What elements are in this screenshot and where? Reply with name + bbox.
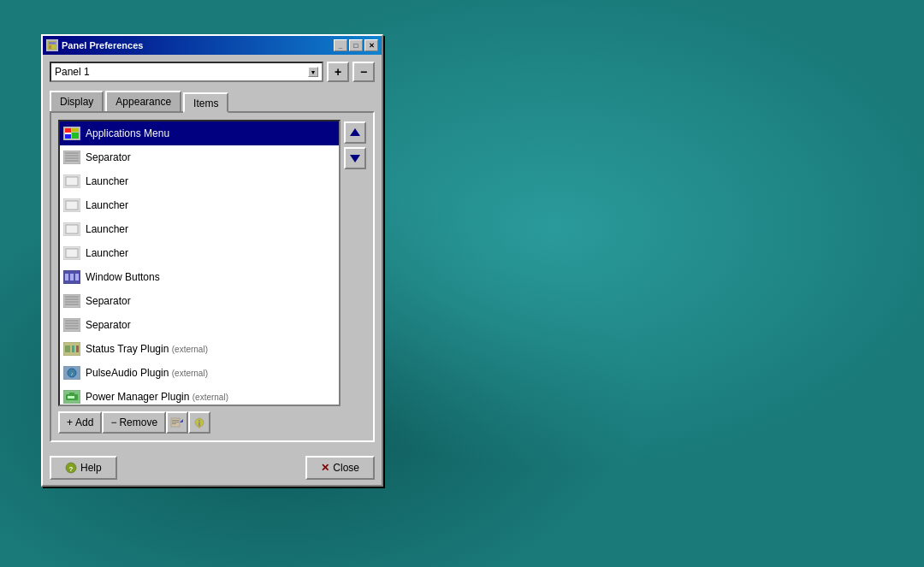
item-label: Launcher	[86, 223, 128, 235]
launcher-icon	[63, 245, 80, 262]
items-actions: + Add − Remove	[58, 411, 366, 434]
svg-rect-17	[66, 201, 78, 210]
list-item[interactable]: Launcher	[60, 169, 339, 193]
add-icon: +	[67, 416, 73, 428]
svg-marker-48	[350, 155, 360, 162]
svg-rect-8	[72, 133, 79, 139]
svg-rect-23	[65, 274, 68, 281]
app-menu-icon	[63, 125, 80, 142]
close-x-icon: ✕	[321, 462, 329, 474]
edit-item-button[interactable]	[166, 411, 188, 434]
items-list[interactable]: Applications Menu	[58, 120, 341, 406]
svg-rect-26	[63, 294, 80, 308]
window-title: Panel Preferences	[62, 40, 143, 50]
maximize-button[interactable]: □	[349, 39, 363, 51]
separator-icon	[63, 292, 80, 310]
add-panel-button[interactable]: +	[327, 62, 349, 82]
list-item[interactable]: Launcher	[60, 241, 339, 265]
remove-item-button[interactable]: − Remove	[102, 411, 166, 434]
list-item[interactable]: Launcher	[60, 193, 339, 217]
panel-dropdown[interactable]: Panel 1 ▼	[50, 62, 323, 82]
svg-rect-50	[172, 420, 179, 421]
item-label: PulseAudio Plugin (external)	[86, 367, 208, 379]
minimize-button[interactable]: _	[334, 39, 347, 51]
svg-point-55	[198, 420, 200, 422]
svg-rect-24	[70, 274, 74, 281]
list-item[interactable]: ♪ PulseAudio Plugin (external)	[60, 361, 339, 385]
svg-rect-45	[69, 393, 74, 394]
list-item[interactable]: Separator	[60, 289, 339, 313]
tab-appearance[interactable]: Appearance	[105, 91, 181, 111]
status-tray-icon	[63, 340, 80, 357]
arrow-buttons	[344, 120, 366, 406]
svg-rect-7	[72, 128, 79, 132]
item-label: Separator	[86, 319, 131, 331]
launcher-icon	[63, 221, 80, 238]
help-label: Help	[80, 462, 102, 474]
add-item-button[interactable]: + Add	[58, 411, 102, 434]
svg-marker-47	[350, 128, 360, 136]
tab-items[interactable]: Items	[183, 92, 228, 113]
close-label: Close	[333, 462, 359, 474]
properties-button[interactable]	[188, 411, 210, 434]
svg-rect-56	[198, 422, 200, 426]
list-item[interactable]: Window Buttons	[60, 265, 339, 289]
item-label: Launcher	[86, 175, 128, 187]
list-item[interactable]: Power Manager Plugin (external)	[60, 385, 339, 406]
window-icon	[46, 39, 58, 51]
svg-text:?: ?	[69, 465, 74, 473]
launcher-icon	[63, 173, 80, 190]
svg-rect-21	[66, 249, 78, 257]
remove-icon: −	[110, 416, 116, 428]
help-button[interactable]: ? Help	[50, 456, 117, 480]
svg-rect-4	[65, 128, 71, 133]
list-item[interactable]: Launcher	[60, 217, 339, 241]
panel-selector-row: Panel 1 ▼ + −	[50, 62, 375, 82]
titlebar-left: Panel Preferences	[46, 39, 143, 51]
panel-preferences-window: Panel Preferences _ □ ✕ Panel 1 ▼ + − Di…	[41, 34, 383, 487]
svg-rect-5	[65, 133, 71, 134]
list-item[interactable]: Status Tray Plugin (external)	[60, 337, 339, 361]
item-label: Power Manager Plugin (external)	[86, 391, 228, 403]
item-label: Separator	[86, 295, 131, 307]
list-item[interactable]: Separator	[60, 313, 339, 337]
list-item[interactable]: Separator	[60, 145, 339, 169]
svg-marker-53	[180, 419, 183, 422]
titlebar: Panel Preferences _ □ ✕	[43, 36, 382, 55]
close-button[interactable]: ✕	[364, 39, 378, 51]
move-up-button[interactable]	[344, 121, 366, 144]
close-dialog-button[interactable]: ✕ Close	[305, 456, 375, 480]
bottom-buttons: ? Help ✕ Close	[43, 449, 382, 485]
item-label: Launcher	[86, 199, 128, 211]
svg-rect-51	[172, 422, 179, 422]
window-body: Panel 1 ▼ + − Display Appearance Items	[43, 55, 382, 449]
svg-rect-31	[63, 318, 80, 332]
power-manager-icon	[63, 388, 80, 405]
move-down-button[interactable]	[344, 147, 366, 169]
svg-rect-6	[65, 134, 71, 139]
separator-icon	[63, 149, 80, 166]
window-buttons-icon	[63, 269, 80, 286]
item-label: Status Tray Plugin (external)	[86, 343, 208, 355]
separator-icon	[63, 316, 80, 334]
svg-rect-46	[68, 396, 74, 399]
tab-content-items: Applications Menu	[50, 111, 375, 442]
items-container: Applications Menu	[58, 120, 366, 406]
item-label: Launcher	[86, 247, 128, 259]
svg-rect-9	[63, 151, 80, 164]
svg-rect-15	[66, 177, 78, 186]
svg-rect-2	[49, 45, 51, 49]
item-label: Separator	[86, 151, 131, 163]
list-item[interactable]: Applications Menu	[60, 121, 339, 145]
svg-rect-1	[49, 42, 56, 44]
remove-panel-button[interactable]: −	[352, 62, 375, 82]
item-label: Applications Menu	[86, 127, 169, 139]
titlebar-buttons: _ □ ✕	[334, 39, 378, 51]
item-label: Window Buttons	[86, 271, 160, 283]
svg-rect-25	[75, 274, 79, 281]
svg-rect-19	[66, 225, 78, 233]
launcher-icon	[63, 197, 80, 214]
svg-rect-52	[172, 423, 176, 424]
tab-display[interactable]: Display	[50, 91, 104, 111]
tabs: Display Appearance Items	[50, 89, 375, 111]
